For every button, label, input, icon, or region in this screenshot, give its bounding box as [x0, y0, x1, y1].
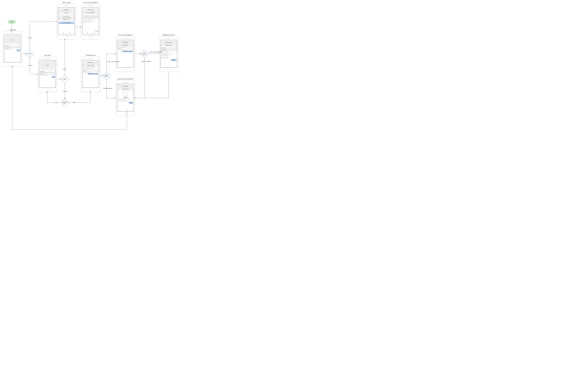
home-button-icon — [89, 35, 93, 39]
phone-title: Password reset email sent — [116, 78, 135, 80]
edge-label: Matches database — [103, 88, 112, 89]
arrow-icon — [140, 53, 141, 54]
home-button-icon — [167, 68, 171, 71]
edge-label: Matches database — [142, 61, 151, 62]
screen: Logo Username Password Go — [4, 35, 21, 62]
phone-email-sent: Password reset email sent Banner/logo Pa… — [116, 80, 135, 116]
bottom-nav: ✆ ≡ ⚲ — [83, 33, 98, 34]
pin-icon[interactable]: ⚲ — [69, 33, 70, 34]
username-field[interactable]: Username — [40, 71, 55, 72]
connector — [47, 92, 47, 102]
menu-icon[interactable]: ≡ — [66, 33, 67, 34]
camera-icon — [85, 6, 86, 6]
phone-login: Login page Logo Username Password Go — [3, 31, 22, 67]
arrow-icon — [47, 91, 48, 92]
password-field[interactable]: Password — [161, 49, 176, 51]
placeholder-line — [83, 20, 92, 21]
placeholder-line — [83, 67, 95, 67]
screen: Banner/logo Password Reset Email Send te… — [82, 60, 99, 88]
arrow-icon — [11, 66, 13, 67]
phone-title: Re-enter email address — [116, 34, 135, 36]
phone-reenter-email: Re-enter email address Banner/logo Passw… — [116, 36, 135, 72]
arrow-icon — [115, 54, 116, 54]
screen: Banner/logo Accounts Checking Account Sa… — [58, 8, 75, 35]
placeholder-line — [83, 68, 95, 68]
connector — [107, 54, 107, 72]
username-field[interactable]: Username — [161, 47, 176, 49]
section-header: Password Reset — [118, 88, 133, 90]
short-field[interactable] — [161, 56, 168, 58]
email-field[interactable]: Email — [118, 47, 133, 49]
speaker-icon — [88, 58, 93, 59]
go-button[interactable]: Go — [52, 76, 55, 78]
placeholder-block — [83, 15, 98, 19]
arrow-icon — [158, 53, 159, 54]
register-button[interactable]: Register — [171, 59, 176, 61]
placeholder-line — [40, 75, 47, 76]
connector — [68, 102, 90, 103]
speaker-icon — [88, 6, 93, 6]
short-field[interactable] — [161, 52, 168, 53]
placeholder-line — [83, 69, 92, 69]
success-badge: Success! — [122, 97, 129, 98]
decision-email-matches-2: Email matches database? — [140, 50, 148, 58]
speaker-icon — [45, 58, 50, 59]
home-button-icon — [89, 88, 93, 91]
banner: Banner/logo — [83, 61, 98, 64]
connector — [30, 22, 30, 50]
password-field[interactable]: Password — [5, 47, 20, 49]
arrow-icon — [11, 31, 12, 32]
decision-login-correct-2: Login info correct? — [61, 75, 69, 83]
username-field[interactable]: Username — [5, 45, 20, 47]
go-button[interactable]: Go — [17, 50, 20, 51]
phone-registration: Registration process Banner/logo Registe… — [159, 36, 179, 72]
check-icon: ✓ — [123, 91, 128, 96]
speaker-icon — [10, 33, 15, 33]
speaker-icon — [167, 38, 171, 39]
connector — [30, 22, 56, 22]
camera-icon — [85, 58, 86, 59]
phone-icon[interactable]: ✆ — [87, 33, 88, 34]
credit-card-button[interactable]: Credit Card Balance — [59, 22, 74, 24]
home-button-icon — [65, 35, 68, 39]
checking-account-button[interactable]: Checking Account — [59, 16, 74, 18]
bottom-nav: ✆ ≡ ⚲ — [59, 33, 74, 34]
camera-icon — [163, 38, 164, 39]
home-button-icon — [46, 88, 49, 91]
placeholder-line — [118, 98, 130, 99]
edge-label: Doesn't match database — [107, 61, 120, 62]
edge-label: Incorrect — [28, 65, 32, 66]
pin-icon[interactable]: ⚲ — [93, 33, 94, 34]
logo-placeholder: Logo — [5, 36, 20, 44]
menu-icon[interactable]: ≡ — [90, 33, 91, 34]
start-label: Start — [11, 21, 13, 22]
email-field[interactable]: Email — [83, 70, 98, 72]
decision-incorrect-more-than-3: Incorrect more than 3 times? — [61, 98, 69, 107]
home-button-icon — [124, 68, 127, 71]
login-button[interactable]: Login — [129, 102, 133, 104]
placeholder-line — [118, 50, 125, 50]
camera-icon — [61, 6, 62, 6]
savings-account-button[interactable]: Savings Account — [59, 18, 74, 20]
placeholder-line — [83, 19, 95, 20]
edge-label: Correct — [63, 68, 66, 70]
arrow-icon — [60, 78, 61, 80]
connector — [12, 24, 12, 31]
phone-icon[interactable]: ✆ — [63, 33, 64, 34]
phone-title: View credit card balance — [81, 2, 100, 3]
phone-retry-login: Retry login Logo Username Password Go — [38, 57, 57, 92]
phone-password-reset: Password reset Banner/logo Password Rese… — [81, 57, 100, 92]
arrow-icon — [115, 98, 116, 98]
placeholder-line — [118, 46, 127, 47]
password-field[interactable]: Password — [40, 73, 55, 75]
phone-view-accounts: View accounts Banner/logo Accounts Check… — [57, 4, 76, 40]
send-password-button[interactable]: Send temporary password — [88, 73, 98, 75]
go-button[interactable]: Go — [95, 30, 98, 32]
home-button-icon — [11, 63, 14, 66]
camera-icon — [7, 33, 8, 34]
arrow-icon — [25, 53, 26, 54]
send-password-button[interactable]: Send temporary password — [122, 51, 133, 52]
camera-icon — [120, 38, 121, 39]
edge-label: Doesn't match database — [150, 51, 162, 53]
banner: Banner/logo — [118, 85, 133, 88]
